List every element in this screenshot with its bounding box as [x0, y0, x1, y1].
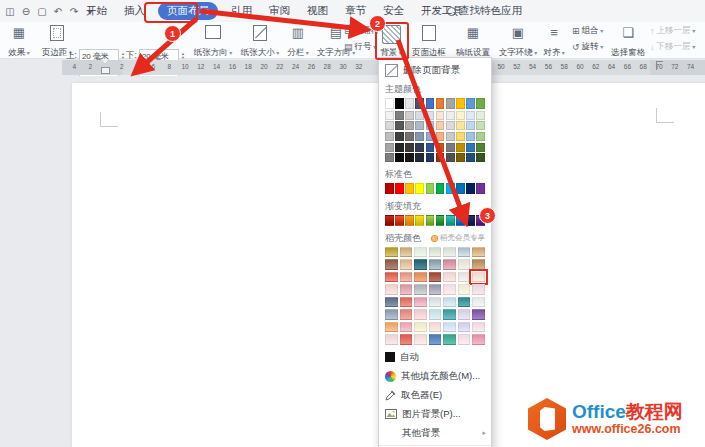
docer-swatch-7-3[interactable]	[429, 334, 442, 345]
docer-swatch-3-0[interactable]	[385, 284, 398, 295]
docer-swatch-3-1[interactable]	[400, 284, 413, 295]
theme-tint-swatch-0-0[interactable]	[385, 111, 394, 120]
docer-swatch-7-4[interactable]	[443, 334, 456, 345]
selection-pane-button[interactable]: ❏ 选择窗格	[608, 23, 648, 61]
tab-章节[interactable]: 章节	[341, 2, 370, 20]
docer-swatch-4-0[interactable]	[385, 297, 398, 308]
theme-tint-swatch-3-4[interactable]	[426, 143, 435, 152]
theme-color-swatch-2[interactable]	[405, 98, 414, 109]
docer-swatch-3-4[interactable]	[443, 284, 456, 295]
docer-swatch-6-2[interactable]	[414, 322, 427, 333]
theme-tint-swatch-1-5[interactable]	[436, 121, 445, 130]
docer-swatch-3-3[interactable]	[429, 284, 442, 295]
theme-tint-swatch-3-1[interactable]	[395, 143, 404, 152]
docer-swatch-2-1[interactable]	[400, 272, 413, 283]
theme-tint-swatch-2-8[interactable]	[466, 132, 475, 141]
theme-tint-swatch-0-2[interactable]	[405, 111, 414, 120]
theme-tint-swatch-1-9[interactable]	[476, 121, 485, 130]
docer-swatch-0-4[interactable]	[443, 247, 456, 258]
gradient-swatch-1[interactable]	[395, 215, 404, 226]
theme-tint-swatch-4-0[interactable]	[385, 153, 394, 162]
delete-page-background-item[interactable]: 删除页面背景	[379, 61, 491, 80]
theme-color-swatch-7[interactable]	[456, 98, 465, 109]
tab-页面布局[interactable]: 页面布局	[158, 2, 218, 20]
theme-tint-swatch-1-0[interactable]	[385, 121, 394, 130]
theme-tint-swatch-0-7[interactable]	[456, 111, 465, 120]
docer-swatch-3-6[interactable]	[472, 284, 485, 295]
theme-color-swatch-6[interactable]	[446, 98, 455, 109]
docer-swatch-1-0[interactable]	[385, 259, 398, 270]
tab-引用[interactable]: 引用	[227, 2, 256, 20]
docer-swatch-7-1[interactable]	[400, 334, 413, 345]
theme-tint-swatch-1-6[interactable]	[446, 121, 455, 130]
gradient-swatch-3[interactable]	[415, 215, 424, 226]
tab-开始[interactable]: 开始	[82, 2, 111, 20]
theme-color-swatch-0[interactable]	[385, 98, 394, 109]
standard-color-swatch-1[interactable]	[395, 183, 404, 194]
docer-swatch-6-4[interactable]	[443, 322, 456, 333]
gradient-swatch-9[interactable]	[476, 215, 485, 226]
theme-tint-swatch-2-9[interactable]	[476, 132, 485, 141]
gradient-swatch-6[interactable]	[446, 215, 455, 226]
theme-tint-swatch-2-7[interactable]	[456, 132, 465, 141]
gradient-swatch-4[interactable]	[426, 215, 435, 226]
docer-swatch-7-6[interactable]	[472, 334, 485, 345]
standard-color-swatch-4[interactable]	[426, 183, 435, 194]
docer-swatch-0-0[interactable]	[385, 247, 398, 258]
theme-tint-swatch-4-1[interactable]	[395, 153, 404, 162]
effects-button[interactable]: ▦ 效果	[4, 23, 34, 61]
standard-color-swatch-2[interactable]	[405, 183, 414, 194]
standard-color-swatch-6[interactable]	[446, 183, 455, 194]
theme-tint-swatch-3-7[interactable]	[456, 143, 465, 152]
more-fill-colors-item[interactable]: 其他填充颜色(M)...	[379, 367, 491, 386]
redo-icon[interactable]: ↷	[68, 6, 80, 17]
docer-swatch-0-6[interactable]	[472, 247, 485, 258]
theme-color-swatch-1[interactable]	[395, 98, 404, 109]
page-border-button[interactable]: 页面边框	[408, 23, 450, 61]
theme-tint-swatch-2-3[interactable]	[415, 132, 424, 141]
docer-swatch-4-6[interactable]	[472, 297, 485, 308]
docer-swatch-5-2[interactable]	[414, 309, 427, 320]
paper-size-button[interactable]: 纸张大小	[238, 23, 282, 61]
gradient-swatch-5[interactable]	[436, 215, 445, 226]
paper-orientation-button[interactable]: 纸张方向	[190, 23, 236, 61]
theme-tint-swatch-3-0[interactable]	[385, 143, 394, 152]
theme-color-swatch-9[interactable]	[476, 98, 485, 109]
theme-tint-swatch-1-3[interactable]	[415, 121, 424, 130]
theme-tint-swatch-4-3[interactable]	[415, 153, 424, 162]
docer-swatch-2-5[interactable]	[458, 272, 471, 283]
theme-tint-swatch-3-5[interactable]	[436, 143, 445, 152]
pin-icon[interactable]: ◫	[4, 6, 16, 17]
theme-tint-swatch-0-3[interactable]	[415, 111, 424, 120]
color-picker-item[interactable]: 取色器(E)	[379, 386, 491, 405]
theme-tint-swatch-1-7[interactable]	[456, 121, 465, 130]
theme-tint-swatch-1-2[interactable]	[405, 121, 414, 130]
theme-tint-swatch-1-4[interactable]	[426, 121, 435, 130]
gradient-swatch-2[interactable]	[405, 215, 414, 226]
docer-swatch-1-5[interactable]	[458, 259, 471, 270]
margin-bottom-spinner[interactable]: ▲▼	[181, 52, 185, 60]
docer-swatch-3-2[interactable]	[414, 284, 427, 295]
group-button[interactable]: ⊞组合	[572, 25, 606, 37]
theme-tint-swatch-0-6[interactable]	[446, 111, 455, 120]
docer-swatch-6-3[interactable]	[429, 322, 442, 333]
standard-color-swatch-3[interactable]	[415, 183, 424, 194]
docer-swatch-7-2[interactable]	[414, 334, 427, 345]
theme-tint-swatch-2-6[interactable]	[446, 132, 455, 141]
docer-swatch-1-1[interactable]	[400, 259, 413, 270]
theme-tint-swatch-0-8[interactable]	[466, 111, 475, 120]
line-numbers-button[interactable]: ▤行号	[344, 41, 376, 53]
theme-tint-swatch-1-1[interactable]	[395, 121, 404, 130]
theme-tint-swatch-2-4[interactable]	[426, 132, 435, 141]
docer-swatch-4-5[interactable]	[458, 297, 471, 308]
docer-swatch-5-1[interactable]	[400, 309, 413, 320]
docer-swatch-2-2[interactable]	[414, 272, 427, 283]
theme-tint-swatch-2-2[interactable]	[405, 132, 414, 141]
docer-swatch-4-3[interactable]	[429, 297, 442, 308]
theme-color-swatch-3[interactable]	[415, 98, 424, 109]
theme-tint-swatch-3-6[interactable]	[446, 143, 455, 152]
theme-color-swatch-4[interactable]	[426, 98, 435, 109]
docer-swatch-4-4[interactable]	[443, 297, 456, 308]
docer-swatch-0-1[interactable]	[400, 247, 413, 258]
standard-color-swatch-8[interactable]	[466, 183, 475, 194]
